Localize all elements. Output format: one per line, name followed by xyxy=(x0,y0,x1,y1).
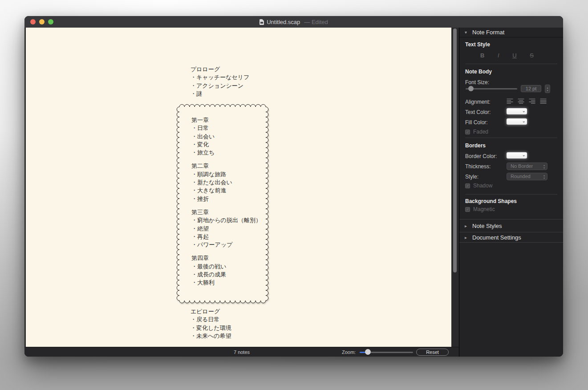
document-settings-section-header[interactable]: ▸ Document Settings xyxy=(459,232,563,243)
background-shapes-title: Background Shapes xyxy=(465,198,517,204)
note-line: 第四章 xyxy=(191,254,261,262)
note-line: ・大きな前進 xyxy=(191,187,261,195)
note-line: ・変化した環境 xyxy=(191,324,231,332)
strikethrough-button[interactable]: S xyxy=(530,52,534,59)
note-line: ・順調な旅路 xyxy=(191,171,261,179)
divider xyxy=(465,138,557,138)
shadow-checkbox[interactable]: ✓ xyxy=(465,183,470,188)
document-icon xyxy=(260,19,264,25)
chapter-notes-group: 第一章 ・日常 ・出会い ・変化 ・旅立ち 第二章 ・順調な旅路 ・新たな出会い… xyxy=(191,116,261,292)
borders-title: Borders xyxy=(465,142,486,149)
italic-button[interactable]: I xyxy=(498,52,499,59)
thickness-popup[interactable]: No Border ▲▼ xyxy=(507,162,547,170)
fill-color-well[interactable]: ⌄ xyxy=(507,118,527,125)
note-line: プロローグ xyxy=(191,65,249,73)
shadow-label: Shadow xyxy=(473,183,492,189)
disclosure-closed-icon: ▸ xyxy=(465,235,468,240)
note-chapter-1[interactable]: 第一章 ・日常 ・出会い ・変化 ・旅立ち xyxy=(191,116,261,157)
note-line: ・挫折 xyxy=(191,195,261,203)
thickness-label: Thickness: xyxy=(465,163,491,170)
titlebar[interactable]: Untitled.scap — Edited xyxy=(24,16,563,28)
note-styles-label: Note Styles xyxy=(472,223,502,229)
fill-color-label: Fill Color: xyxy=(465,119,488,126)
note-line: ・キャッチーなセリフ xyxy=(191,73,249,81)
style-label: Style: xyxy=(465,174,479,180)
font-size-field[interactable]: 12 pt xyxy=(521,85,541,92)
note-body-title: Note Body xyxy=(465,69,492,75)
faded-checkbox-row: ✓ Faded xyxy=(465,129,488,135)
note-line: ・再起 xyxy=(191,233,261,241)
note-format-section-header[interactable]: ▾ Note Format xyxy=(459,28,563,37)
align-right-icon[interactable] xyxy=(529,98,536,104)
text-style-buttons: B I U S xyxy=(480,52,534,59)
note-prologue[interactable]: プロローグ ・キャッチーなセリフ ・アクションシーン ・謎 xyxy=(191,65,249,98)
note-line: ・最後の戦い xyxy=(191,263,261,271)
text-style-title: Text Style xyxy=(465,41,490,48)
note-line: 第三章 xyxy=(191,208,261,216)
note-line: 第一章 xyxy=(191,116,261,124)
note-line: ・出会い xyxy=(191,133,261,141)
note-chapter-3[interactable]: 第三章 ・窮地からの脱出（離別） ・絶望 ・再起 ・パワーアップ xyxy=(191,208,261,249)
text-color-well[interactable]: ⌄ xyxy=(507,108,527,114)
note-epilogue[interactable]: エピローグ ・戻る日常 ・変化した環境 ・未来への希望 xyxy=(191,308,231,340)
document-settings-label: Document Settings xyxy=(472,234,521,241)
reset-zoom-button[interactable]: Reset xyxy=(416,349,449,356)
app-window: Untitled.scap — Edited プロローグ ・キャッチーなセリフ … xyxy=(24,16,563,357)
document-area: プロローグ ・キャッチーなセリフ ・アクションシーン ・謎 第一章 ・日常 ・出… xyxy=(24,28,459,357)
border-color-well[interactable]: ⌄ xyxy=(507,152,527,158)
note-line: ・大勝利 xyxy=(191,279,261,287)
note-line: ・新たな出会い xyxy=(191,179,261,187)
underline-button[interactable]: U xyxy=(512,52,516,59)
chevron-down-icon: ⌄ xyxy=(522,152,526,158)
style-value: Rounded xyxy=(511,174,531,179)
status-bar: 7 notes Zoom: Reset xyxy=(24,347,459,357)
window-title: Untitled.scap xyxy=(267,19,300,25)
zoom-slider-thumb[interactable] xyxy=(365,349,371,355)
note-line: ・旅立ち xyxy=(191,149,261,157)
popup-arrows-icon: ▲▼ xyxy=(543,164,545,169)
disclosure-closed-icon: ▸ xyxy=(465,223,468,228)
fullscreen-button[interactable] xyxy=(48,19,53,24)
chevron-down-icon: ⌄ xyxy=(522,108,526,114)
note-line: 第二章 xyxy=(191,162,261,170)
note-chapter-2[interactable]: 第二章 ・順調な旅路 ・新たな出会い ・大きな前進 ・挫折 xyxy=(191,162,261,203)
popup-arrows-icon: ▲▼ xyxy=(543,174,545,179)
note-line: ・窮地からの脱出（離別） xyxy=(191,216,261,224)
style-popup[interactable]: Rounded ▲▼ xyxy=(507,173,547,180)
note-styles-section-header[interactable]: ▸ Note Styles xyxy=(459,219,563,232)
note-line: ・戻る日常 xyxy=(191,316,231,324)
font-size-slider-thumb[interactable] xyxy=(468,86,474,91)
note-format-label: Note Format xyxy=(472,29,504,36)
divider xyxy=(465,64,557,64)
document-canvas[interactable]: プロローグ ・キャッチーなセリフ ・アクションシーン ・謎 第一章 ・日常 ・出… xyxy=(26,28,451,347)
align-justify-icon[interactable] xyxy=(540,98,547,104)
magnetic-label: Magnetic xyxy=(473,206,495,212)
note-chapter-4[interactable]: 第四章 ・最後の戦い ・成長の成果 ・大勝利 xyxy=(191,254,261,287)
font-size-stepper[interactable]: ▲ ▼ xyxy=(545,85,550,93)
inspector-sidebar: ▾ Note Format Text Style B I U S Note Bo… xyxy=(459,28,563,357)
magnetic-checkbox-row: ✓ Magnetic xyxy=(465,206,495,212)
desktop: { "colors": { "canvas_bg": "#FBF6E8", "s… xyxy=(0,0,588,390)
bold-button[interactable]: B xyxy=(480,52,484,59)
close-button[interactable] xyxy=(30,19,36,24)
edited-indicator: — Edited xyxy=(304,19,328,25)
faded-checkbox[interactable]: ✓ xyxy=(465,130,470,134)
note-line: ・変化 xyxy=(191,141,261,149)
minimize-button[interactable] xyxy=(39,19,45,24)
align-left-icon[interactable] xyxy=(507,98,514,104)
text-color-label: Text Color: xyxy=(465,109,491,115)
check-icon: ✓ xyxy=(466,184,469,188)
check-icon: ✓ xyxy=(466,130,469,134)
disclosure-open-icon: ▾ xyxy=(465,30,468,35)
alignment-label: Alignment: xyxy=(465,99,491,105)
note-line: ・パワーアップ xyxy=(191,241,261,249)
traffic-lights xyxy=(30,19,53,24)
note-line: ・未来への希望 xyxy=(191,332,231,340)
canvas-area: プロローグ ・キャッチーなセリフ ・アクションシーン ・謎 第一章 ・日常 ・出… xyxy=(24,28,459,347)
align-center-icon[interactable] xyxy=(518,98,525,104)
note-line: ・謎 xyxy=(191,90,249,98)
stepper-down-icon: ▼ xyxy=(547,89,549,92)
thickness-value: No Border xyxy=(511,163,533,169)
vertical-scrollbar[interactable] xyxy=(453,28,457,272)
magnetic-checkbox[interactable]: ✓ xyxy=(465,207,470,212)
